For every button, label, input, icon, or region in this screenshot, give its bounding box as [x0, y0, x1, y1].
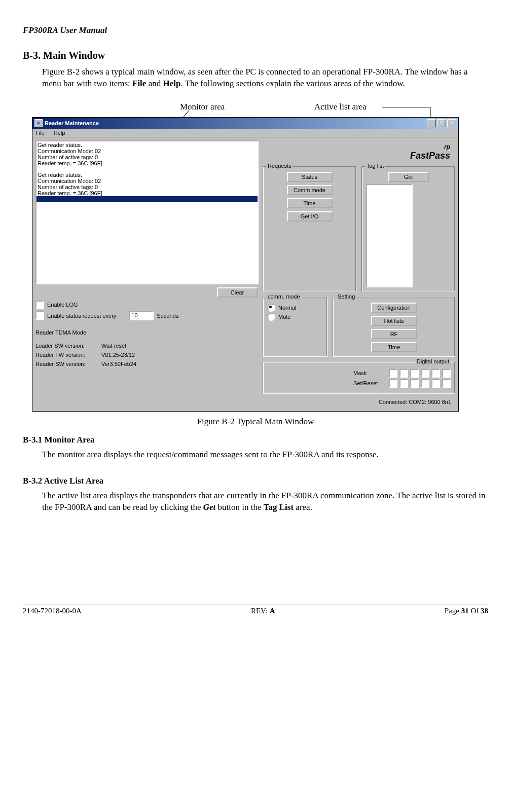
- setreset-checkbox[interactable]: [442, 379, 451, 388]
- section-heading-b3: B-3. Main Window: [23, 50, 488, 61]
- intro-paragraph: Figure B-2 shows a typical main window, …: [42, 66, 488, 90]
- mask-checkbox[interactable]: [399, 369, 408, 378]
- monitor-line: Number of active tags: 0: [38, 154, 257, 160]
- footer-page: Page 31 Of 38: [445, 607, 488, 615]
- seconds-label: Seconds: [157, 313, 178, 319]
- footer-page-total: 38: [481, 607, 488, 615]
- callout-monitor-label: Monitor area: [180, 102, 225, 112]
- requests-legend: Requests: [266, 163, 293, 169]
- monitor-line: Communication Mode: 02: [38, 148, 257, 154]
- active-list-paragraph: The active list area displays the transp…: [42, 490, 488, 513]
- setting-group: Setting Configuration Hot lists RF Time: [333, 297, 455, 357]
- mute-radio[interactable]: [267, 313, 275, 321]
- p2-text-e: area.: [294, 502, 312, 512]
- footer-rev: REV: A: [251, 607, 275, 615]
- figure-container: rp Reader Maintenance _ □ × File Help Ge…: [32, 117, 488, 412]
- comm-mode-button[interactable]: Comm mode: [287, 185, 333, 195]
- enable-log-label: Enable LOG: [47, 302, 78, 308]
- digital-output-group: Digital output Mask Set/Reset: [263, 362, 455, 394]
- footer-page-label: Page: [445, 607, 461, 615]
- logo-rp-text: rp: [444, 143, 450, 151]
- intro-text-e: . The following sections explain the var…: [180, 79, 405, 88]
- time-button[interactable]: Time: [287, 198, 333, 208]
- p2-get-bold: Get: [203, 502, 216, 512]
- status-interval-input[interactable]: 10: [129, 311, 154, 320]
- setreset-checkbox[interactable]: [421, 379, 429, 388]
- monitor-blank: [38, 166, 257, 172]
- clear-button[interactable]: Clear: [217, 287, 258, 298]
- intro-bold-file: File: [132, 79, 146, 88]
- logo-fast-text: FastPass: [410, 151, 450, 161]
- callout-line-active-top: [382, 107, 430, 107]
- setreset-checkbox[interactable]: [410, 379, 419, 388]
- tdma-label: Reader TDMA Mode:: [35, 329, 259, 336]
- fastpass-logo: rp FastPass: [410, 140, 455, 161]
- monitor-line: Reader temp. = 36C [96F]: [38, 190, 257, 196]
- callout-labels-row: Monitor area Active list area: [23, 102, 488, 117]
- enable-log-checkbox[interactable]: [35, 301, 44, 309]
- mask-checkbox[interactable]: [410, 369, 419, 378]
- status-button[interactable]: Status: [287, 172, 333, 182]
- monitor-listbox[interactable]: Get reader status. Communication Mode: 0…: [35, 140, 259, 284]
- section-heading-b31: B-3.1 Monitor Area: [23, 435, 488, 445]
- loader-version-label: Loader SW version:: [35, 343, 101, 349]
- app-icon: rp: [34, 119, 43, 127]
- mask-checkbox[interactable]: [389, 369, 397, 378]
- mask-label: Mask: [353, 370, 384, 376]
- normal-radio-label: Normal: [278, 305, 296, 311]
- comm-mode-legend: comm. mode: [266, 293, 302, 300]
- mask-checkbox[interactable]: [431, 369, 440, 378]
- close-button[interactable]: ×: [447, 119, 456, 127]
- mask-checkbox[interactable]: [421, 369, 429, 378]
- monitor-line: Number of active tags: 0: [38, 184, 257, 190]
- connection-status: Connected: COM2: 9600 8n1: [263, 396, 455, 408]
- setting-time-button[interactable]: Time: [371, 342, 417, 352]
- menu-help[interactable]: Help: [54, 130, 65, 136]
- setreset-checkbox[interactable]: [431, 379, 440, 388]
- p2-text-c: button in the: [215, 502, 263, 512]
- footer-rev-value: A: [270, 607, 275, 615]
- fw-version-label: Reader FW version:: [35, 352, 101, 358]
- comm-mode-group: comm. mode Normal Mute: [263, 297, 327, 357]
- get-button[interactable]: Get: [388, 172, 429, 182]
- hot-lists-button[interactable]: Hot lists: [371, 316, 417, 326]
- menu-file[interactable]: File: [35, 130, 45, 136]
- taglist-listbox[interactable]: [366, 184, 413, 287]
- footer-page-of: Of: [469, 607, 481, 615]
- intro-text-c: and: [146, 79, 163, 88]
- requests-group: Requests Status Comm mode Time Get I/O: [263, 166, 356, 292]
- enable-status-label: Enable status request every: [47, 313, 116, 319]
- minimize-button[interactable]: _: [427, 119, 436, 127]
- monitor-line: Communication Mode: 02: [38, 178, 257, 184]
- fw-version-value: V01.25-23/12: [101, 352, 259, 358]
- monitor-selection: [36, 196, 258, 202]
- rf-button[interactable]: RF: [371, 329, 417, 339]
- mask-checkbox[interactable]: [442, 369, 451, 378]
- digital-output-legend: Digital output: [415, 358, 451, 364]
- footer-page-current: 31: [461, 607, 469, 615]
- sw-version-label: Reader SW version:: [35, 361, 101, 367]
- app-window: rp Reader Maintenance _ □ × File Help Ge…: [32, 117, 459, 412]
- page-footer: 2140-72018-00-0A REV: A Page 31 Of 38: [23, 605, 488, 615]
- normal-radio[interactable]: [267, 304, 275, 312]
- setreset-checkbox[interactable]: [399, 379, 408, 388]
- taglist-legend: Tag list: [365, 163, 385, 169]
- maximize-button[interactable]: □: [437, 119, 446, 127]
- monitor-area-paragraph: The monitor area displays the request/co…: [42, 449, 488, 461]
- footer-doc-number: 2140-72018-00-0A: [23, 607, 82, 615]
- sw-version-value: Ver3.50Feb24: [101, 361, 259, 367]
- doc-header: FP300RA User Manual: [23, 25, 488, 35]
- footer-rev-label: REV:: [251, 607, 270, 615]
- enable-status-checkbox[interactable]: [35, 311, 44, 320]
- section-heading-b32: B-3.2 Active List Area: [23, 476, 488, 486]
- monitor-line: Get reader status.: [38, 172, 257, 178]
- setreset-checkbox[interactable]: [389, 379, 397, 388]
- get-io-button[interactable]: Get I/O: [287, 211, 333, 222]
- titlebar: rp Reader Maintenance _ □ ×: [32, 118, 458, 129]
- monitor-line: Get reader status.: [38, 142, 257, 148]
- callout-active-label: Active list area: [314, 102, 367, 112]
- figure-caption: Figure B-2 Typical Main Window: [23, 417, 488, 427]
- monitor-line: Reader temp. = 36C [96F]: [38, 160, 257, 166]
- loader-version-value: Wait reset: [101, 343, 259, 349]
- configuration-button[interactable]: Configuration: [371, 303, 417, 313]
